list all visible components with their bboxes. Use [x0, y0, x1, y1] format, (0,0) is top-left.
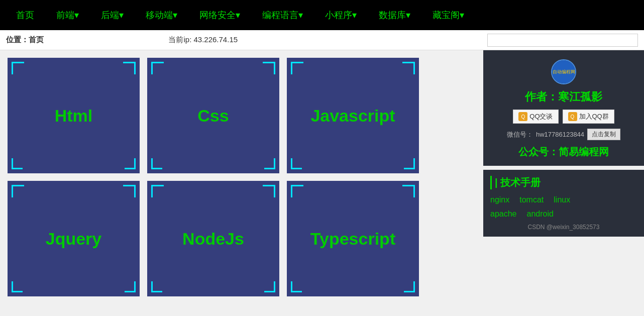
nav-treasure[interactable]: 藏宝阁▾ [421, 0, 475, 30]
card-jquery[interactable]: Jquery [8, 181, 140, 296]
card-jquery-label: Jquery [46, 229, 102, 249]
breadcrumb-bar: 位置：首页 当前ip: 43.226.74.15 [0, 30, 644, 50]
nav-security[interactable]: 网络安全▾ [188, 0, 251, 30]
card-javascript-label: Javascript [310, 106, 395, 126]
breadcrumb: 位置：首页 [6, 35, 44, 45]
card-typescript[interactable]: Typescript [287, 181, 419, 296]
tech-link-android[interactable]: android [527, 209, 554, 219]
main-content: Html Css Javascript Jquery NodeJs T [0, 50, 644, 304]
card-typescript-label: Typescript [310, 229, 395, 249]
author-name: 作者：寒江孤影 [525, 89, 602, 104]
tech-link-tomcat[interactable]: tomcat [519, 195, 544, 204]
card-javascript[interactable]: Javascript [287, 58, 419, 173]
grid-row-2: Jquery NodeJs Typescript [8, 181, 476, 296]
avatar-inner: 自动编程网 [552, 60, 575, 83]
nav-lang[interactable]: 编程语言▾ [251, 0, 314, 30]
card-nodejs[interactable]: NodeJs [147, 181, 279, 296]
nav-db[interactable]: 数据库▾ [368, 0, 421, 30]
nav-mobile[interactable]: 移动端▾ [135, 0, 188, 30]
tech-link-linux[interactable]: linux [554, 195, 570, 204]
card-css-label: Css [197, 106, 229, 126]
search-input[interactable] [487, 34, 638, 47]
gongzhonghao: 公众号：简易编程网 [518, 145, 609, 159]
nav-frontend[interactable]: 前端▾ [45, 0, 90, 30]
grid-row-1: Html Css Javascript [8, 58, 476, 173]
qq-chat-icon: Q [518, 112, 527, 121]
qq-group-icon: Q [568, 112, 577, 121]
card-html[interactable]: Html [8, 58, 140, 173]
navbar: 首页 前端▾ 后端▾ 移动端▾ 网络安全▾ 编程语言▾ 小程序▾ 数据库▾ 藏宝… [0, 0, 644, 30]
card-nodejs-label: NodeJs [182, 229, 244, 249]
qq-chat-button[interactable]: Q QQ交谈 [513, 110, 558, 124]
qq-group-button[interactable]: Q 加入QQ群 [563, 110, 614, 124]
tech-links-row-2: apache android [490, 209, 637, 219]
csdn-note: CSDN @weixin_30852573 [490, 224, 637, 231]
copy-button[interactable]: 点击复制 [587, 129, 620, 140]
tech-title: | 技术手册 [490, 176, 637, 189]
nav-miniapp[interactable]: 小程序▾ [314, 0, 368, 30]
card-html-label: Html [55, 106, 93, 126]
author-buttons: Q QQ交谈 Q 加入QQ群 [513, 110, 614, 124]
tech-links-row-1: nginx tomcat linux [490, 195, 637, 204]
grid-area: Html Css Javascript Jquery NodeJs T [0, 50, 483, 304]
nav-home[interactable]: 首页 [5, 0, 45, 30]
tech-link-apache[interactable]: apache [490, 209, 517, 219]
current-ip: 当前ip: 43.226.74.15 [168, 35, 238, 45]
sidebar: 自动编程网 作者：寒江孤影 Q QQ交谈 Q 加入QQ群 微信号： hw1778… [483, 50, 644, 304]
nav-backend[interactable]: 后端▾ [90, 0, 135, 30]
tech-card: | 技术手册 nginx tomcat linux apache android… [483, 170, 644, 237]
weixin-row: 微信号： hw17786123844 点击复制 [507, 129, 620, 140]
avatar: 自动编程网 [551, 59, 576, 84]
tech-link-nginx[interactable]: nginx [490, 195, 509, 204]
author-card: 自动编程网 作者：寒江孤影 Q QQ交谈 Q 加入QQ群 微信号： hw1778… [483, 50, 644, 166]
card-css[interactable]: Css [147, 58, 279, 173]
